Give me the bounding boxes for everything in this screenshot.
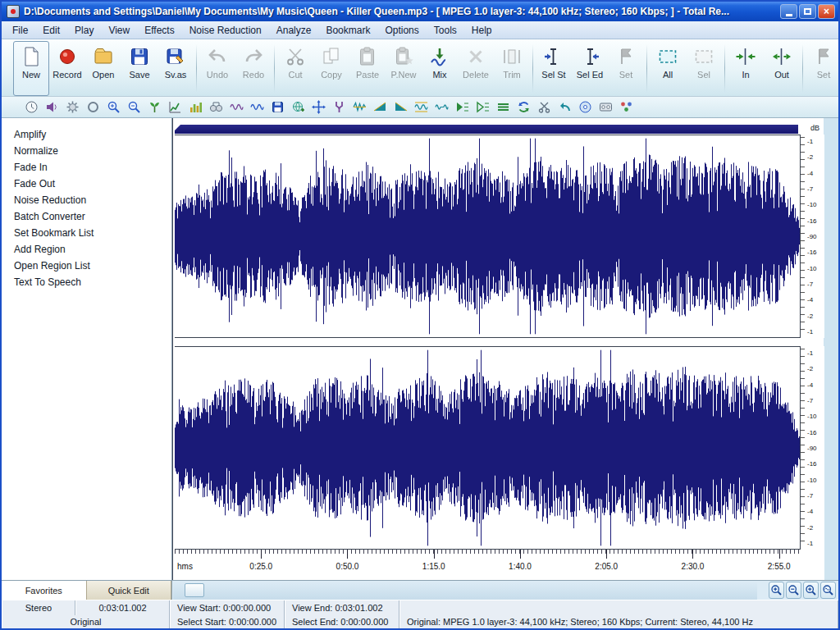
zoom-in-vertical-button[interactable]: [803, 582, 819, 599]
scroll-row: FavoritesQuick Edit: [2, 580, 838, 600]
out-button[interactable]: Out: [764, 41, 800, 96]
cd-icon[interactable]: [577, 99, 593, 116]
amplify-icon[interactable]: [351, 99, 368, 116]
save-button[interactable]: Save: [121, 41, 158, 96]
insert-icon[interactable]: [146, 99, 162, 116]
trim-button[interactable]: Trim: [494, 41, 530, 96]
speed-icon[interactable]: [454, 99, 470, 116]
tape-icon[interactable]: [597, 99, 614, 116]
toolbar-button-label: Undo: [207, 70, 228, 80]
open-button[interactable]: Open: [85, 41, 121, 96]
menu-noise-reduction[interactable]: Noise Reduction: [182, 22, 269, 39]
toolbar-button-label: Trim: [503, 70, 521, 80]
horizontal-scrollbar[interactable]: [173, 582, 757, 600]
copy-icon: [321, 46, 342, 67]
tab-quick-edit[interactable]: Quick Edit: [87, 581, 172, 600]
waveform-left-channel[interactable]: [175, 135, 800, 338]
scissors-icon: [285, 46, 306, 67]
speaker-icon[interactable]: [43, 99, 60, 116]
statistics-icon[interactable]: [167, 99, 183, 116]
sidebar-item-amplify[interactable]: Amplify: [2, 126, 171, 143]
sidebar-item-add-region[interactable]: Add Region: [2, 241, 171, 258]
pitch-icon[interactable]: [474, 99, 491, 116]
time-major-tick: [434, 550, 435, 559]
equalizer-icon[interactable]: [187, 99, 203, 116]
ring-icon[interactable]: [84, 99, 101, 116]
sidebar-item-fade-in[interactable]: Fade In: [2, 159, 171, 176]
menu-options[interactable]: Options: [377, 22, 426, 39]
paste-button[interactable]: Paste: [349, 41, 386, 96]
save-selection-icon[interactable]: [269, 99, 285, 116]
delete-button[interactable]: Delete: [458, 41, 494, 96]
conference-icon[interactable]: [618, 99, 634, 116]
zoom-selection-icon[interactable]: [105, 99, 121, 116]
p-new-button[interactable]: P.New: [386, 41, 422, 96]
sel-button[interactable]: Sel: [686, 41, 722, 96]
zoom-controls: [769, 582, 836, 599]
zoom-all-icon[interactable]: [126, 99, 142, 116]
stopwatch-icon[interactable]: [23, 99, 39, 116]
menu-file[interactable]: File: [5, 22, 35, 39]
sidebar-item-set-bookmark-list[interactable]: Set Bookmark List: [2, 225, 171, 241]
menu-tools[interactable]: Tools: [427, 22, 464, 39]
sel-ed-button[interactable]: Sel Ed: [572, 41, 608, 96]
record-button[interactable]: Record: [49, 41, 85, 96]
zoom-in-horizontal-button[interactable]: [769, 582, 784, 599]
sel-st-button[interactable]: Sel St: [536, 41, 572, 96]
sidebar-item-batch-converter[interactable]: Batch Converter: [2, 208, 171, 225]
in-button[interactable]: In: [728, 41, 764, 96]
menu-effects[interactable]: Effects: [137, 22, 181, 39]
copy-button[interactable]: Copy: [313, 41, 349, 96]
scrollbar-thumb[interactable]: [185, 583, 204, 597]
menu-edit[interactable]: Edit: [35, 22, 67, 39]
wave-view-icon[interactable]: [249, 99, 265, 116]
flatten-icon[interactable]: [495, 99, 511, 116]
tuning-fork-icon[interactable]: [331, 99, 347, 116]
menu-help[interactable]: Help: [464, 22, 500, 39]
maximize-button[interactable]: [799, 4, 816, 19]
zoom-out-horizontal-button[interactable]: [786, 582, 801, 599]
cut-button[interactable]: Cut: [277, 41, 313, 96]
tab-favorites[interactable]: Favorites: [2, 581, 87, 600]
sidebar-item-normalize[interactable]: Normalize: [2, 143, 171, 159]
sidebar-item-noise-reduction[interactable]: Noise Reduction: [2, 192, 171, 208]
undo-history-icon[interactable]: [556, 99, 573, 116]
menu-view[interactable]: View: [101, 22, 137, 39]
overview-bar[interactable]: [175, 125, 798, 134]
toolbar-button-label: Sel Ed: [577, 70, 603, 80]
web-media-icon[interactable]: [290, 99, 306, 116]
set-button[interactable]: Set: [608, 41, 644, 96]
undo-button[interactable]: Undo: [199, 41, 235, 96]
move-selection-icon[interactable]: [310, 99, 326, 116]
del-icon: [465, 46, 486, 67]
find-icon[interactable]: [208, 99, 224, 116]
new-button[interactable]: New: [13, 41, 49, 96]
gear-icon[interactable]: [64, 99, 80, 116]
close-button[interactable]: ×: [818, 4, 835, 19]
silence-trim-icon[interactable]: [536, 99, 552, 116]
normalize-icon[interactable]: [413, 99, 429, 116]
sidebar-item-open-region-list[interactable]: Open Region List: [2, 258, 171, 274]
convert-icon[interactable]: [515, 99, 532, 116]
fade-out-icon[interactable]: [392, 99, 409, 116]
waveform-right-channel[interactable]: [175, 346, 800, 550]
sidebar-item-text-to-speech[interactable]: Text To Speech: [2, 274, 171, 290]
sv-as-button[interactable]: Sv.as: [158, 41, 194, 96]
all-button[interactable]: All: [650, 41, 686, 96]
time-major-tick: [520, 550, 521, 559]
wave-shape-icon[interactable]: [228, 99, 244, 116]
set-button[interactable]: Set: [806, 41, 838, 96]
db-tick-strip: [801, 137, 805, 336]
mix-button[interactable]: Mix: [422, 41, 458, 96]
sidebar-item-fade-out[interactable]: Fade Out: [2, 176, 171, 192]
zoom-full-button[interactable]: [820, 582, 836, 599]
app-icon[interactable]: [7, 5, 20, 18]
redo-button[interactable]: Redo: [235, 41, 272, 96]
menu-analyze[interactable]: Analyze: [269, 22, 319, 39]
insert-silence-icon[interactable]: [433, 99, 450, 116]
fade-in-icon[interactable]: [372, 99, 388, 116]
time-minor-ticks: [175, 550, 800, 554]
minimize-button[interactable]: [780, 4, 797, 19]
menu-play[interactable]: Play: [67, 22, 101, 39]
menu-bookmark[interactable]: Bookmark: [318, 22, 377, 39]
